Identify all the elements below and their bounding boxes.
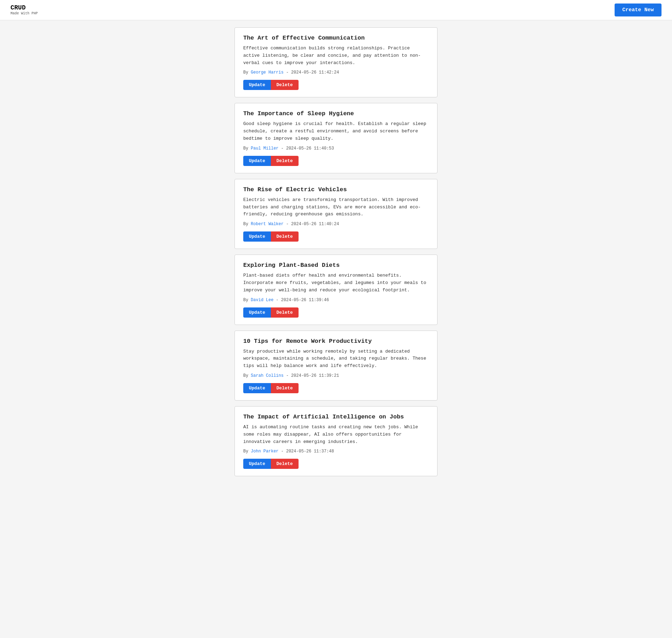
post-author: Paul Miller [251,146,279,151]
post-body: AI is automating routine tasks and creat… [243,424,429,445]
posts-list: The Art of Effective Communication Effec… [234,20,438,489]
update-button[interactable]: Update [243,231,271,242]
post-card: The Importance of Sleep Hygiene Good sle… [234,103,438,173]
post-meta: By Robert Walker - 2024-05-26 11:40:24 [243,222,429,227]
post-actions: Update Delete [243,231,429,242]
post-body: Stay productive while working remotely b… [243,348,429,370]
delete-button[interactable]: Delete [271,459,299,469]
delete-button[interactable]: Delete [271,156,299,166]
post-card: The Rise of Electric Vehicles Electric v… [234,179,438,249]
post-title: Exploring Plant-Based Diets [243,262,429,269]
post-meta: By Sarah Collins - 2024-05-26 11:39:21 [243,373,429,378]
post-actions: Update Delete [243,307,429,318]
delete-button[interactable]: Delete [271,383,299,393]
post-meta: By John Parker - 2024-05-26 11:37:48 [243,449,429,454]
delete-button[interactable]: Delete [271,307,299,318]
post-title: 10 Tips for Remote Work Productivity [243,338,429,345]
post-meta: By George Harris - 2024-05-26 11:42:24 [243,70,429,75]
delete-button[interactable]: Delete [271,231,299,242]
app-header: CRUD Made With PHP Create New [0,0,672,20]
post-meta: By Paul Miller - 2024-05-26 11:40:53 [243,146,429,151]
update-button[interactable]: Update [243,307,271,318]
post-card: Exploring Plant-Based Diets Plant-based … [234,255,438,325]
delete-button[interactable]: Delete [271,80,299,90]
post-actions: Update Delete [243,383,429,393]
post-body: Effective communication builds strong re… [243,45,429,67]
post-card: The Impact of Artificial Intelligence on… [234,406,438,476]
post-title: The Rise of Electric Vehicles [243,186,429,193]
update-button[interactable]: Update [243,383,271,393]
update-button[interactable]: Update [243,80,271,90]
post-author: David Lee [251,298,274,303]
post-author: Sarah Collins [251,373,284,378]
post-body: Electric vehicles are transforming trans… [243,196,429,218]
update-button[interactable]: Update [243,156,271,166]
post-actions: Update Delete [243,459,429,469]
post-card: The Art of Effective Communication Effec… [234,27,438,97]
post-author: Robert Walker [251,222,284,227]
update-button[interactable]: Update [243,459,271,469]
post-actions: Update Delete [243,80,429,90]
logo: CRUD Made With PHP [10,4,38,16]
create-new-button[interactable]: Create New [615,4,662,16]
post-body: Good sleep hygiene is crucial for health… [243,120,429,142]
post-author: John Parker [251,449,279,454]
post-card: 10 Tips for Remote Work Productivity Sta… [234,331,438,401]
logo-main: CRUD [10,4,26,11]
post-actions: Update Delete [243,156,429,166]
post-title: The Impact of Artificial Intelligence on… [243,414,429,420]
post-meta: By David Lee - 2024-05-26 11:39:46 [243,298,429,303]
logo-sub: Made With PHP [10,12,38,16]
post-author: George Harris [251,70,284,75]
post-title: The Importance of Sleep Hygiene [243,110,429,117]
post-title: The Art of Effective Communication [243,35,429,41]
post-body: Plant-based diets offer health and envir… [243,272,429,294]
